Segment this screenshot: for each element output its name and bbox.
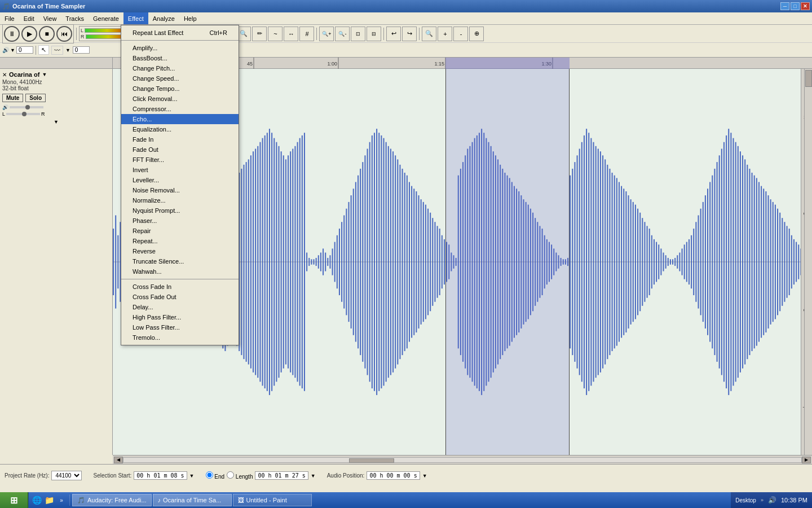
- effect-leveller[interactable]: Leveller...: [121, 175, 239, 185]
- menu-file[interactable]: File: [0, 12, 19, 24]
- taskbar-ocarina[interactable]: ♪ Ocarina of Time Sa...: [153, 494, 232, 506]
- minimize-button[interactable]: ─: [780, 2, 789, 10]
- effect-bassboost[interactable]: BassBoost...: [121, 53, 239, 63]
- effect-invert[interactable]: Invert: [121, 165, 239, 175]
- svg-rect-99: [316, 258, 317, 266]
- pause-button[interactable]: ⏸: [4, 26, 20, 42]
- hscroll-left[interactable]: ◀: [114, 457, 123, 463]
- multi-tool[interactable]: #: [299, 27, 314, 41]
- taskbar-paint[interactable]: 🖼 Untitled - Paint: [233, 494, 312, 506]
- effect-phaser[interactable]: Phaser...: [121, 216, 239, 226]
- menu-generate[interactable]: Generate: [89, 12, 123, 24]
- pan-slider[interactable]: [6, 113, 40, 115]
- menu-help[interactable]: Help: [179, 12, 201, 24]
- play-button[interactable]: ▶: [21, 26, 37, 42]
- svg-rect-96: [308, 258, 310, 266]
- effect-high-pass-filter[interactable]: High Pass Filter...: [121, 312, 239, 322]
- envelope-tool[interactable]: ~: [268, 27, 283, 41]
- menu-effect[interactable]: Effect: [123, 12, 148, 24]
- menu-edit[interactable]: Edit: [19, 12, 39, 24]
- find-btn[interactable]: 🔍: [422, 27, 436, 41]
- stop-button[interactable]: ■: [39, 26, 55, 42]
- mute-button[interactable]: Mute: [2, 94, 23, 102]
- maximize-button[interactable]: □: [791, 2, 800, 10]
- effect-change-tempo[interactable]: Change Tempo...: [121, 84, 239, 94]
- effect-compressor[interactable]: Compressor...: [121, 104, 239, 114]
- volume-slider[interactable]: [10, 106, 43, 108]
- end-radio[interactable]: End: [206, 471, 225, 480]
- vscrollbar[interactable]: [804, 69, 812, 455]
- close-button[interactable]: ✕: [801, 2, 810, 10]
- svg-rect-240: [644, 222, 645, 302]
- effect-repair[interactable]: Repair: [121, 226, 239, 236]
- menu-analyze[interactable]: Analyze: [148, 12, 179, 24]
- start-button[interactable]: ⊞: [0, 492, 28, 508]
- effect-fade-in[interactable]: Fade In: [121, 134, 239, 144]
- track-dropdown[interactable]: ▼: [42, 72, 47, 77]
- volume-tray-icon[interactable]: 🔊: [768, 496, 776, 504]
- vscroll-thumb[interactable]: [805, 70, 812, 87]
- effect-cross-fade-in[interactable]: Cross Fade In: [121, 282, 239, 292]
- effect-nyquist-prompt[interactable]: Nyquist Prompt...: [121, 205, 239, 216]
- hscroll-right[interactable]: ▶: [802, 457, 811, 463]
- effect-low-pass-filter[interactable]: Low Pass Filter...: [121, 322, 239, 332]
- end-radio-input[interactable]: [206, 471, 213, 479]
- effect-equalization[interactable]: Equalization...: [121, 124, 239, 134]
- quicklaunch-ie[interactable]: 🌐: [31, 494, 42, 506]
- length-radio[interactable]: Length: [227, 471, 253, 480]
- waveform-tool-btn[interactable]: 〰: [51, 46, 63, 55]
- effect-cross-fade-out[interactable]: Cross Fade Out: [121, 292, 239, 302]
- effect-echo[interactable]: Echo...: [121, 114, 239, 124]
- effect-noise-removal[interactable]: Noise Removal...: [121, 185, 239, 195]
- timeshift-tool[interactable]: ↔: [284, 27, 298, 41]
- effect-normalize[interactable]: Normalize...: [121, 195, 239, 205]
- taskbar-audacity[interactable]: 🎵 Audacity: Free Audi...: [72, 494, 152, 506]
- effect-sep-1: [121, 40, 239, 41]
- skip-back-button[interactable]: ⏮: [56, 26, 72, 42]
- effect-fft-filter[interactable]: FFT Filter...: [121, 155, 239, 165]
- redo-btn[interactable]: ↪: [402, 27, 417, 41]
- svg-rect-149: [432, 218, 433, 306]
- svg-rect-275: [726, 135, 727, 388]
- zoom-btn4[interactable]: ⊕: [469, 27, 484, 41]
- quicklaunch-folder[interactable]: 📁: [43, 494, 55, 506]
- clock: 10:38 PM: [781, 497, 807, 503]
- end-dropdown[interactable]: ▼: [311, 473, 316, 479]
- hscroll-thumb[interactable]: [349, 458, 394, 463]
- vol-dropdown[interactable]: ▼: [10, 47, 15, 53]
- menu-view[interactable]: View: [39, 12, 61, 24]
- zoom-out-btn[interactable]: 🔍-: [335, 27, 350, 41]
- effect-fade-out[interactable]: Fade Out: [121, 144, 239, 155]
- zoom-in-btn[interactable]: 🔍+: [319, 27, 334, 41]
- effect-change-pitch[interactable]: Change Pitch...: [121, 63, 239, 73]
- project-rate-select[interactable]: 44100: [51, 471, 82, 480]
- tool-dropdown[interactable]: ▼: [65, 47, 70, 53]
- zoom-btn2[interactable]: +: [438, 27, 452, 41]
- sel-start-dropdown[interactable]: ▼: [189, 473, 195, 479]
- menu-tracks[interactable]: Tracks: [61, 12, 89, 24]
- zoom-btn3[interactable]: -: [453, 27, 468, 41]
- effect-click-removal[interactable]: Click Removal...: [121, 94, 239, 104]
- cursor-tool-btn[interactable]: ↖: [38, 45, 49, 55]
- svg-rect-280: [738, 146, 739, 378]
- hscrollbar[interactable]: ◀ ▶: [113, 455, 812, 464]
- audio-pos-dropdown[interactable]: ▼: [422, 473, 427, 479]
- solo-button[interactable]: Solo: [25, 94, 46, 102]
- effect-tremolo[interactable]: Tremolo...: [121, 332, 239, 343]
- draw-tool[interactable]: ✏: [252, 27, 267, 41]
- effect-wahwah[interactable]: Wahwah...: [121, 266, 239, 277]
- zoom-fit-btn[interactable]: ⊡: [351, 27, 365, 41]
- zoom-sel-btn[interactable]: ⊟: [367, 27, 381, 41]
- svg-rect-90: [294, 146, 295, 378]
- effect-repeat-last[interactable]: Repeat Last Effect Ctrl+R: [121, 28, 239, 38]
- length-radio-input[interactable]: [227, 471, 234, 479]
- effect-reverse[interactable]: Reverse: [121, 246, 239, 256]
- quicklaunch-arrow[interactable]: »: [56, 494, 67, 506]
- effect-repeat[interactable]: Repeat...: [121, 236, 239, 246]
- effect-change-speed[interactable]: Change Speed...: [121, 73, 239, 84]
- effect-truncate-silence[interactable]: Truncate Silence...: [121, 256, 239, 266]
- effect-delay[interactable]: Delay...: [121, 302, 239, 312]
- undo-btn[interactable]: ↩: [386, 27, 401, 41]
- effect-amplify[interactable]: Amplify...: [121, 43, 239, 53]
- track-close-btn[interactable]: ✕: [2, 72, 7, 78]
